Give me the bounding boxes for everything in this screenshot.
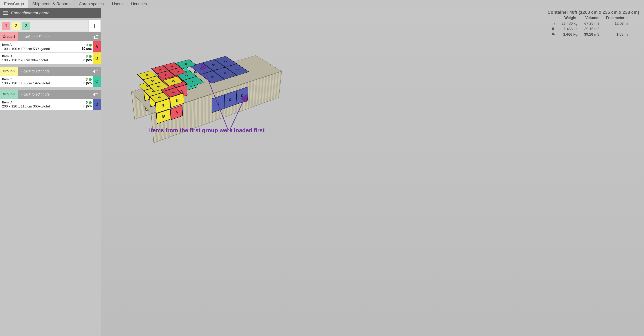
- group-chip-1[interactable]: 1: [2, 22, 10, 30]
- add-to-container-icon[interactable]: [91, 92, 101, 97]
- group-name: Group 2: [0, 67, 18, 76]
- stats-row: 1,466 kg39.16 m31.63 m: [548, 32, 631, 37]
- item-color-tag[interactable]: B: [93, 53, 101, 64]
- item-row[interactable]: Item B100 x 120 x 90 cm 384kg/total88 pc…: [0, 53, 101, 64]
- svg-rect-6: [554, 23, 555, 25]
- item-info: Item A100 x 100 x 100 cm 530kg/total: [0, 41, 77, 52]
- stat-free: [602, 26, 631, 32]
- stat-weight: 26,480 kg: [558, 21, 581, 26]
- item-name: Item B: [2, 54, 75, 58]
- group-chip-2[interactable]: 2: [12, 22, 20, 30]
- status-dot-icon: [89, 78, 92, 81]
- stat-weight: 1,466 kg: [558, 26, 581, 32]
- stat-volume: 67.28 m3: [581, 21, 602, 26]
- item-quantity: 66 pcs: [77, 99, 93, 110]
- top-nav: EasyCargo Shipments & Reports Cargo spac…: [0, 0, 644, 8]
- menu-icon[interactable]: [0, 8, 11, 18]
- svg-rect-9: [551, 34, 551, 35]
- item-info: Item B100 x 120 x 90 cm 384kg/total: [0, 53, 77, 64]
- container-stats: Container 40ft (1203 cm x 235 cm x 238 c…: [548, 10, 639, 37]
- item-quantity: 33 pcs: [77, 76, 93, 87]
- item-pcs: 10 pcs: [82, 47, 92, 50]
- item-color-tag[interactable]: A: [93, 41, 101, 52]
- stat-volume: 39.16 m3: [581, 26, 602, 32]
- svg-rect-2: [3, 14, 8, 15]
- stat-volume: 39.16 m3: [581, 32, 602, 37]
- item-dimensions: 200 x 120 x 110 cm 360kg/total: [2, 104, 75, 108]
- item-dimensions: 130 x 120 x 100 cm 192kg/total: [2, 81, 75, 85]
- left-panel: 1 2 3 + Group 1- click to edit noteItem …: [0, 8, 101, 336]
- svg-rect-4: [551, 23, 555, 23]
- item-row[interactable]: Item A100 x 100 x 100 cm 530kg/total1010…: [0, 41, 101, 53]
- group-header[interactable]: Group 1- click to edit note: [0, 32, 101, 41]
- group-note-input[interactable]: - click to edit note: [18, 35, 91, 39]
- item-quantity: 88 pcs: [77, 53, 93, 64]
- item-count: 10: [84, 43, 88, 47]
- container-loaded-icon: [548, 32, 558, 37]
- item-pcs: 3 pcs: [84, 81, 92, 85]
- item-list: Group 1- click to edit noteItem A100 x 1…: [0, 32, 101, 110]
- nav-tab-shipments[interactable]: Shipments & Reports: [28, 0, 75, 8]
- group-tab-bar: 1 2 3 +: [0, 20, 101, 32]
- stats-header-free: Free meters:: [602, 16, 631, 21]
- item-name: Item D: [2, 100, 75, 104]
- stat-free: 1.63 m: [602, 32, 631, 37]
- item-quantity: 1010 pcs: [77, 41, 93, 52]
- item-info: Item C130 x 120 x 100 cm 192kg/total: [0, 76, 77, 87]
- stat-free: 12.03 m: [602, 21, 631, 26]
- item-row[interactable]: Item D200 x 120 x 110 cm 360kg/total66 p…: [0, 99, 101, 110]
- item-count: 3: [86, 78, 88, 81]
- stat-weight: 1,466 kg: [558, 32, 581, 37]
- stats-row: 26,480 kg67.28 m312.03 m: [548, 21, 631, 26]
- container-title: Container 40ft (1203 cm x 235 cm x 238 c…: [548, 10, 639, 15]
- item-name: Item A: [2, 43, 75, 47]
- shipment-name-input[interactable]: [11, 11, 101, 15]
- status-dot-icon: [89, 55, 92, 58]
- item-color-tag[interactable]: D: [93, 99, 101, 110]
- nav-tab-cargo-spaces[interactable]: Cargo spaces: [75, 0, 108, 8]
- status-dot-icon: [89, 101, 92, 104]
- viewport-3d[interactable]: Container 40ft (1203 cm x 235 cm x 238 c…: [101, 8, 644, 336]
- annotation-text: items from the first group were loaded f…: [149, 127, 264, 134]
- container-empty-icon: [548, 21, 558, 26]
- group-chip-3[interactable]: 3: [22, 22, 30, 30]
- item-count: 8: [86, 55, 88, 58]
- svg-rect-7: [552, 28, 554, 30]
- item-color-tag[interactable]: C: [93, 76, 101, 87]
- svg-rect-0: [3, 11, 8, 12]
- item-row[interactable]: Item C130 x 120 x 100 cm 192kg/total33 p…: [0, 76, 101, 87]
- group-header[interactable]: Group 3- click to edit note: [0, 90, 101, 99]
- item-dimensions: 100 x 100 x 100 cm 530kg/total: [2, 47, 75, 51]
- nav-tab-licenses[interactable]: Licenses: [127, 0, 151, 8]
- brand-tab[interactable]: EasyCargo: [0, 0, 28, 8]
- item-name: Item C: [2, 77, 75, 81]
- group-header[interactable]: Group 2- click to edit note: [0, 67, 101, 76]
- item-info: Item D200 x 120 x 110 cm 360kg/total: [0, 99, 77, 110]
- item-count: 6: [86, 101, 88, 104]
- svg-rect-10: [554, 34, 555, 35]
- cargo-solid-icon: [548, 26, 558, 32]
- shipment-header: [0, 8, 101, 18]
- item-dimensions: 100 x 120 x 90 cm 384kg/total: [2, 58, 75, 62]
- nav-tab-users[interactable]: Users: [108, 0, 127, 8]
- status-dot-icon: [89, 44, 92, 47]
- stats-row: 1,466 kg39.16 m3: [548, 26, 631, 32]
- item-pcs: 6 pcs: [84, 104, 92, 108]
- stats-header-volume: Volume:: [581, 16, 602, 21]
- stats-header-weight: Weight:: [558, 16, 581, 21]
- item-pcs: 8 pcs: [84, 58, 92, 62]
- group-note-input[interactable]: - click to edit note: [18, 92, 91, 97]
- group-note-input[interactable]: - click to edit note: [18, 69, 91, 73]
- group-name: Group 1: [0, 32, 18, 41]
- svg-rect-11: [552, 33, 554, 35]
- svg-rect-8: [551, 35, 555, 35]
- svg-rect-5: [551, 23, 551, 25]
- svg-rect-1: [3, 13, 8, 13]
- add-to-container-icon[interactable]: [91, 35, 101, 39]
- add-group-button[interactable]: +: [88, 20, 100, 32]
- group-name: Group 3: [0, 90, 18, 99]
- add-to-container-icon[interactable]: [91, 69, 101, 73]
